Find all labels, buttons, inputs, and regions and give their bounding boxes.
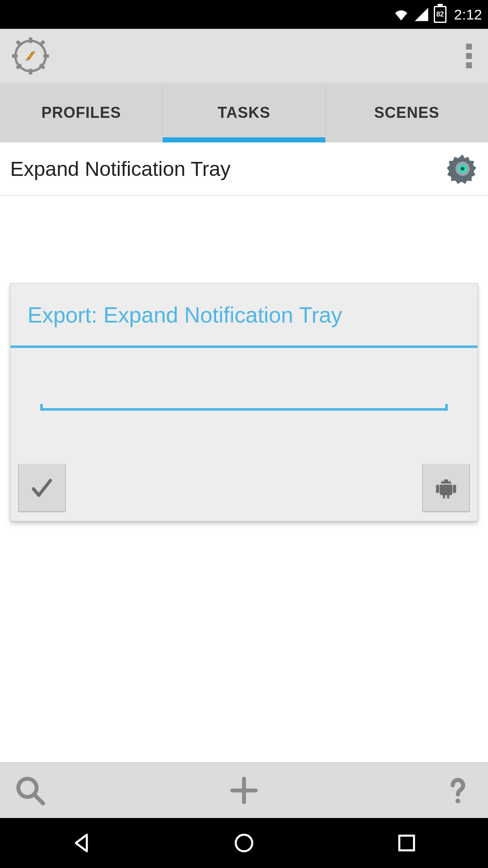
android-button[interactable] <box>422 464 470 512</box>
circle-home-icon <box>233 832 255 854</box>
tab-profiles[interactable]: PROFILES <box>0 83 163 142</box>
svg-rect-2 <box>29 69 32 75</box>
app-logo-icon <box>12 37 49 75</box>
status-bar: 82 2:12 <box>0 0 488 29</box>
task-title-label: Expand Notification Tray <box>10 157 230 181</box>
tab-tasks[interactable]: TASKS <box>163 83 325 142</box>
export-name-input[interactable] <box>40 379 448 411</box>
tab-profiles-label: PROFILES <box>42 104 121 122</box>
svg-rect-23 <box>399 836 414 851</box>
svg-point-16 <box>448 480 450 482</box>
task-settings-gear-icon[interactable] <box>447 153 478 184</box>
tab-bar: PROFILES TASKS SCENES <box>0 83 488 142</box>
nav-back-button[interactable] <box>70 832 92 854</box>
overflow-menu-icon[interactable] <box>466 44 472 68</box>
android-icon <box>433 475 459 501</box>
dialog-title: Export: Expand Notification Tray <box>11 284 477 348</box>
svg-line-18 <box>34 794 43 804</box>
svg-point-21 <box>455 798 460 803</box>
battery-icon: 82 <box>434 6 446 23</box>
export-name-input-wrap <box>40 379 448 411</box>
check-icon <box>29 475 55 501</box>
tab-tasks-label: TASKS <box>218 104 270 122</box>
dialog-actions <box>11 432 477 521</box>
bottom-action-bar <box>0 762 488 818</box>
svg-rect-11 <box>466 62 472 68</box>
help-button[interactable] <box>442 775 474 806</box>
svg-rect-9 <box>466 44 472 50</box>
task-row[interactable]: Expand Notification Tray <box>0 142 488 196</box>
tab-scenes[interactable]: SCENES <box>326 83 488 142</box>
export-dialog: Export: Expand Notification Tray <box>10 283 478 521</box>
triangle-back-icon <box>70 832 92 854</box>
nav-home-button[interactable] <box>233 832 255 854</box>
wifi-icon <box>393 6 409 22</box>
square-recents-icon <box>396 832 418 854</box>
svg-point-22 <box>236 835 252 851</box>
help-icon <box>442 775 474 806</box>
search-button[interactable] <box>14 775 46 806</box>
svg-point-15 <box>443 480 444 482</box>
signal-icon <box>413 6 430 22</box>
plus-icon <box>228 775 260 806</box>
nav-recents-button[interactable] <box>396 832 418 854</box>
tab-scenes-label: SCENES <box>374 104 439 122</box>
content-area: Export: Expand Notification Tray <box>0 196 488 815</box>
navigation-bar <box>0 818 488 868</box>
app-bar <box>0 29 488 83</box>
battery-level-label: 82 <box>434 6 446 23</box>
clock-label: 2:12 <box>454 6 482 23</box>
svg-rect-3 <box>12 54 18 57</box>
svg-point-14 <box>461 167 465 171</box>
add-button[interactable] <box>228 775 260 806</box>
svg-rect-1 <box>29 37 32 43</box>
svg-rect-4 <box>43 54 49 57</box>
search-icon <box>14 775 46 806</box>
svg-rect-10 <box>466 53 472 59</box>
confirm-button[interactable] <box>18 464 66 512</box>
